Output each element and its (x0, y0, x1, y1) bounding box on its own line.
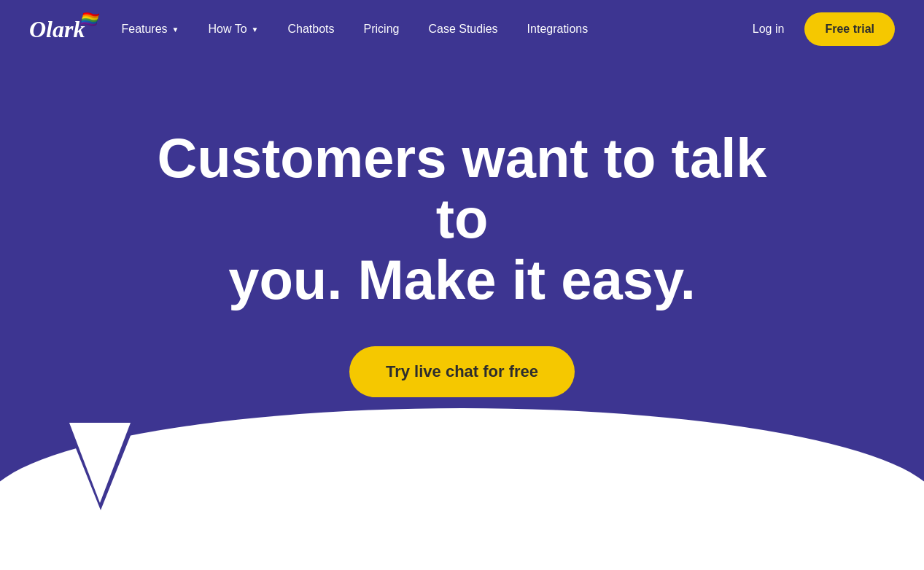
hero-cta-button[interactable]: Try live chat for free (349, 346, 575, 397)
nav-item-pricing[interactable]: Pricing (349, 23, 414, 36)
nav-links: Features ▼ How To ▼ Chatbots Pricing Cas… (106, 12, 895, 46)
main-navigation: Olark 🏳️‍🌈 Features ▼ How To ▼ Chatbots … (0, 0, 924, 58)
free-trial-button[interactable]: Free trial (804, 12, 895, 46)
nav-item-features[interactable]: Features ▼ (106, 23, 193, 36)
nav-item-case-studies[interactable]: Case Studies (414, 23, 512, 36)
nav-item-howto[interactable]: How To ▼ (194, 23, 273, 36)
logo-text: Olark 🏳️‍🌈 (29, 17, 85, 41)
hero-title: Customers want to talk to you. Make it e… (134, 128, 791, 311)
chevron-down-icon: ▼ (172, 26, 179, 34)
nav-item-chatbots[interactable]: Chatbots (273, 23, 349, 36)
logo-flag-icon: 🏳️‍🌈 (79, 12, 98, 26)
below-hero-section (0, 510, 924, 570)
hero-section: Customers want to talk to you. Make it e… (0, 58, 924, 510)
nav-item-integrations[interactable]: Integrations (513, 23, 603, 36)
logo-link[interactable]: Olark 🏳️‍🌈 (29, 17, 85, 41)
nav-right-actions: Log in Free trial (738, 12, 895, 46)
chevron-down-icon: ▼ (252, 26, 259, 34)
login-link[interactable]: Log in (738, 23, 799, 36)
